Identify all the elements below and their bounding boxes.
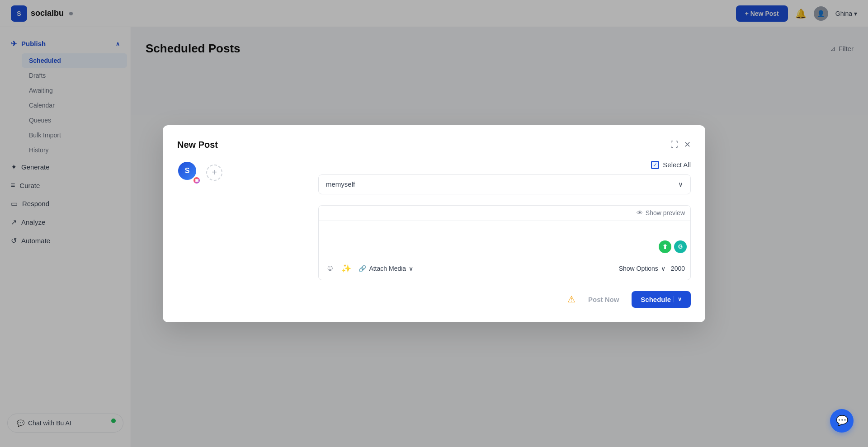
char-count: 2000 [671, 265, 685, 272]
show-options-button[interactable]: Show Options ∨ [619, 265, 665, 272]
post-editor: 👁 Show preview ⬆ G ☺ [318, 205, 691, 280]
modal-footer: ⚠ Post Now Schedule ∨ [318, 291, 691, 308]
emoji-button[interactable]: ☺ [324, 262, 336, 275]
editor-header: 👁 Show preview [319, 206, 690, 221]
schedule-button[interactable]: Schedule ∨ [632, 291, 691, 308]
eye-icon: 👁 [637, 209, 643, 216]
show-preview-button[interactable]: 👁 Show preview [637, 209, 685, 216]
add-account-button[interactable]: + [206, 165, 222, 181]
attach-media-label: Attach Media [369, 265, 406, 272]
post-now-button[interactable]: Post Now [581, 291, 626, 308]
show-preview-label: Show preview [646, 209, 685, 216]
show-options-label: Show Options [619, 265, 658, 272]
select-all-row: ✓ Select All [318, 161, 691, 169]
modal-header-actions: ⛶ ✕ [670, 140, 691, 150]
new-post-modal: New Post ⛶ ✕ S ▣ + [163, 125, 705, 322]
link-icon: 🔗 [359, 265, 366, 272]
chat-bubble-icon: 💬 [836, 415, 848, 427]
expand-button[interactable]: ⛶ [670, 140, 679, 150]
magic-wand-icon: ✨ [341, 263, 351, 273]
schedule-label: Schedule [641, 296, 671, 303]
ai-teal-icon[interactable]: G [674, 240, 687, 253]
attach-media-button[interactable]: 🔗 Attach Media ∨ [359, 265, 413, 272]
select-all-label: Select All [663, 161, 691, 169]
dropdown-value: memyself [326, 180, 355, 188]
toolbar-right: Show Options ∨ 2000 [619, 265, 685, 272]
ai-green-icon[interactable]: ⬆ [659, 240, 671, 253]
editor-body[interactable]: ⬆ G [319, 221, 690, 257]
chevron-down-icon: ∨ [409, 265, 413, 272]
modal-left-panel: S ▣ + [177, 161, 304, 308]
ai-icons: ⬆ G [659, 240, 687, 253]
expand-icon: ⛶ [670, 140, 679, 149]
chevron-down-icon: ∨ [678, 180, 683, 188]
modal-title: New Post [177, 140, 218, 150]
account-avatar: S ▣ [177, 161, 201, 184]
close-button[interactable]: ✕ [684, 140, 691, 150]
modal-body: S ▣ + ✓ Select All memyself ∨ [177, 161, 691, 308]
floating-chat-button[interactable]: 💬 [830, 409, 854, 433]
modal-right-panel: ✓ Select All memyself ∨ 👁 Show preview [318, 161, 691, 308]
warning-icon: ⚠ [567, 294, 576, 305]
modal-header: New Post ⛶ ✕ [177, 140, 691, 150]
select-all-checkbox[interactable]: ✓ [651, 161, 659, 169]
instagram-badge: ▣ [193, 176, 201, 184]
ai-assist-button[interactable]: ✨ [340, 262, 353, 275]
chevron-down-icon: ∨ [661, 265, 665, 272]
account-dropdown[interactable]: memyself ∨ [318, 174, 691, 194]
account-row: S ▣ + [177, 161, 304, 184]
modal-overlay[interactable]: New Post ⛶ ✕ S ▣ + [0, 0, 868, 447]
editor-toolbar: ☺ ✨ 🔗 Attach Media ∨ Show Options [319, 257, 690, 280]
schedule-dropdown-arrow[interactable]: ∨ [674, 296, 682, 302]
close-icon: ✕ [684, 140, 691, 149]
emoji-icon: ☺ [326, 263, 334, 273]
